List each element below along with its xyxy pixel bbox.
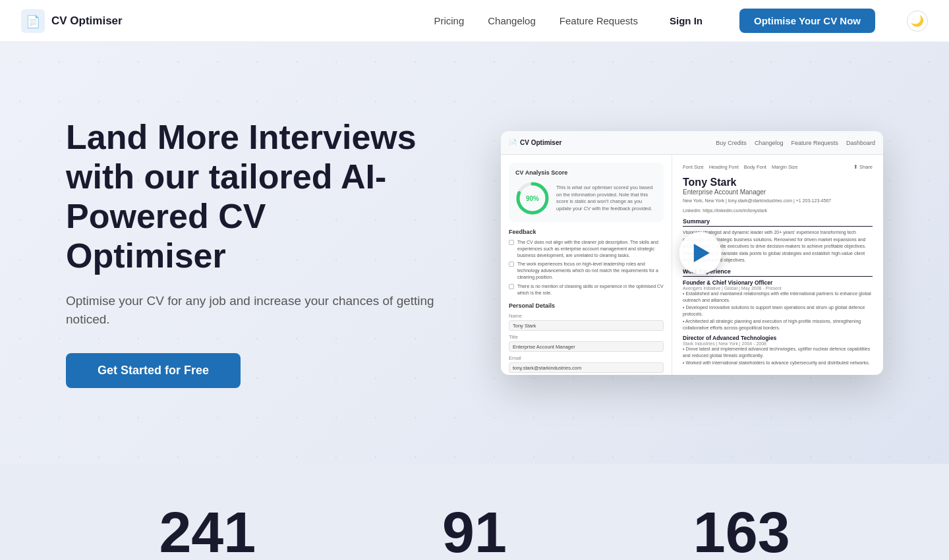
svg-text:90%: 90% <box>526 195 539 202</box>
cv-job-2-bullets: • Drove latest and implemented advanced … <box>683 346 873 367</box>
dark-mode-toggle[interactable]: 🌙 <box>907 11 928 32</box>
stat-item-2: 91 <box>442 503 507 560</box>
logo[interactable]: 📄 CV Optimiser <box>21 9 123 33</box>
cv-summary-heading: Summary <box>683 218 873 227</box>
cv-job-title-display: Enterprise Account Manager <box>683 188 873 196</box>
app-link-changelog: Changelog <box>755 140 784 146</box>
stat-number-2: 91 <box>442 503 507 560</box>
app-link-dashboard: Dashboard <box>846 140 875 146</box>
hero-app-preview: 📄 CV Optimiser Buy Credits Changelog Fea… <box>435 131 883 375</box>
feedback-section: Feedback The CV does not align with the … <box>509 229 664 296</box>
feedback-item: The work experiences focus on high-level… <box>509 261 664 280</box>
hero-content: Land More Interviews with our tailored A… <box>66 118 435 387</box>
nav-cta-button[interactable]: Optimise Your CV Now <box>739 9 875 33</box>
feedback-checkbox-1 <box>509 240 514 245</box>
score-title: CV Analysis Score <box>515 169 657 176</box>
moon-icon: 🌙 <box>911 14 924 27</box>
cv-job-1-bullets: • Established and maintained relationshi… <box>683 291 873 332</box>
play-icon <box>694 244 710 262</box>
personal-title: Personal Details <box>509 302 664 309</box>
app-logo-mini: 📄 CV Optimiser <box>509 139 561 146</box>
hero-subtitle: Optimise your CV for any job and increas… <box>66 292 435 329</box>
score-circle-chart: 90% <box>515 181 550 215</box>
app-link-buy-credits: Buy Credits <box>716 140 747 146</box>
score-wrap: 90% This is what our optimiser scored yo… <box>515 181 657 215</box>
name-input[interactable]: Tony Stark <box>509 320 664 331</box>
nav-signin[interactable]: Sign In <box>670 15 703 26</box>
logo-text: CV Optimiser <box>51 14 123 28</box>
feedback-item: The CV does not align with the cleaner j… <box>509 239 664 258</box>
feedback-checkbox-2 <box>509 262 514 267</box>
app-link-feature-requests: Feature Requests <box>791 140 838 146</box>
cv-score-section: CV Analysis Score 90% This is what our o… <box>509 163 664 222</box>
svg-text:📄: 📄 <box>26 14 41 29</box>
feedback-checkbox-3 <box>509 284 514 289</box>
stats-section: 241 91 163 <box>0 464 949 560</box>
app-left-panel: CV Analysis Score 90% This is what our o… <box>501 155 672 375</box>
cv-job-2-title: Director of Advanced Technologies <box>683 335 873 341</box>
nav-pricing[interactable]: Pricing <box>434 15 464 26</box>
navigation: 📄 CV Optimiser Pricing Changelog Feature… <box>0 0 949 42</box>
cv-name: Tony Stark <box>683 177 873 188</box>
cv-job-2-company: Stark Industries | New York | 2004 - 200… <box>683 341 873 346</box>
play-button[interactable] <box>679 232 722 274</box>
app-topbar-links: Buy Credits Changelog Feature Requests D… <box>716 140 875 146</box>
hero-title: Land More Interviews with our tailored A… <box>66 118 435 275</box>
score-description: This is what our optimiser scored you ba… <box>556 184 657 212</box>
field-email: Email tony.stark@starkindustries.com <box>509 355 664 373</box>
feedback-title: Feedback <box>509 229 664 235</box>
field-title: Title Enterprise Account Manager <box>509 334 664 352</box>
app-topbar: 📄 CV Optimiser Buy Credits Changelog Fea… <box>501 131 883 155</box>
feedback-item: There is no mention of cleaning skills o… <box>509 283 664 296</box>
field-name: Name Tony Stark <box>509 313 664 331</box>
cv-job-1-company: Avengers Initiative | Global | May 2008 … <box>683 286 873 291</box>
cv-contact-info: New York, New York | tony.stark@starkind… <box>683 198 873 203</box>
nav-feature-requests[interactable]: Feature Requests <box>560 15 638 26</box>
nav-changelog[interactable]: Changelog <box>488 15 536 26</box>
cv-job-1-title: Founder & Chief Visionary Officer <box>683 279 873 286</box>
logo-icon: 📄 <box>21 9 45 33</box>
app-screenshot: 📄 CV Optimiser Buy Credits Changelog Fea… <box>501 131 883 375</box>
stat-item-3: 163 <box>693 503 790 560</box>
hero-cta-button[interactable]: Get Started for Free <box>66 353 241 388</box>
cv-controls: Font Size Heading Font Body Font Margin … <box>683 164 873 170</box>
hero-section: Land More Interviews with our tailored A… <box>0 42 949 464</box>
feedback-list: The CV does not align with the cleaner j… <box>509 239 664 296</box>
cv-linkedin: LinkedIn: https://linkedin.com/in/tonyst… <box>683 208 873 213</box>
email-input[interactable]: tony.stark@starkindustries.com <box>509 362 664 373</box>
personal-details-section: Personal Details Name Tony Stark Title E… <box>509 302 664 375</box>
share-button[interactable]: ⬆ Share <box>853 164 873 170</box>
title-input[interactable]: Enterprise Account Manager <box>509 341 664 352</box>
nav-links: Pricing Changelog Feature Requests Sign … <box>434 9 928 33</box>
stat-item-1: 241 <box>159 503 256 560</box>
stat-number-1: 241 <box>159 503 256 560</box>
stat-number-3: 163 <box>693 503 790 560</box>
